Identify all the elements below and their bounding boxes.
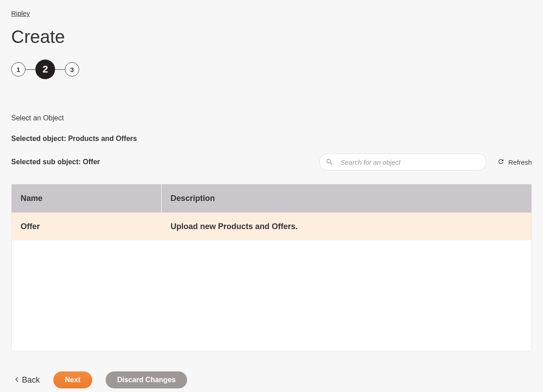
object-table: Name Description Offer Upload new Produc…: [11, 184, 532, 351]
discard-button[interactable]: Discard Changes: [106, 371, 188, 388]
cell-name: Offer: [12, 222, 162, 231]
back-label: Back: [22, 375, 40, 385]
refresh-button[interactable]: Refresh: [497, 158, 532, 166]
table-row[interactable]: Offer Upload new Products and Offers.: [12, 213, 531, 240]
table-header: Name Description: [12, 184, 531, 213]
refresh-icon: [497, 158, 505, 166]
back-button[interactable]: Back: [11, 375, 40, 385]
selected-object: Selected object: Products and Offers: [11, 135, 532, 143]
breadcrumb: Ripley: [11, 0, 532, 17]
search-icon: [325, 158, 333, 166]
selected-sub-object: Selected sub object: Offer: [11, 158, 100, 166]
step-3[interactable]: 3: [65, 62, 79, 77]
chevron-left-icon: [15, 375, 19, 385]
next-button[interactable]: Next: [53, 371, 92, 388]
refresh-label: Refresh: [508, 158, 532, 166]
column-header-description: Description: [162, 194, 531, 203]
cell-description: Upload new Products and Offers.: [162, 222, 531, 231]
step-2[interactable]: 2: [35, 60, 55, 79]
step-1[interactable]: 1: [11, 62, 26, 77]
section-label: Select an Object: [11, 114, 532, 122]
stepper: 1 2 3: [11, 60, 532, 79]
search-input[interactable]: [319, 153, 487, 170]
footer-actions: Back Next Discard Changes: [11, 371, 532, 392]
breadcrumb-link-ripley[interactable]: Ripley: [11, 9, 30, 17]
step-connector: [55, 69, 65, 70]
page-title: Create: [11, 27, 532, 47]
search-box: [319, 153, 487, 170]
column-header-name: Name: [12, 184, 162, 213]
step-connector: [26, 69, 35, 70]
